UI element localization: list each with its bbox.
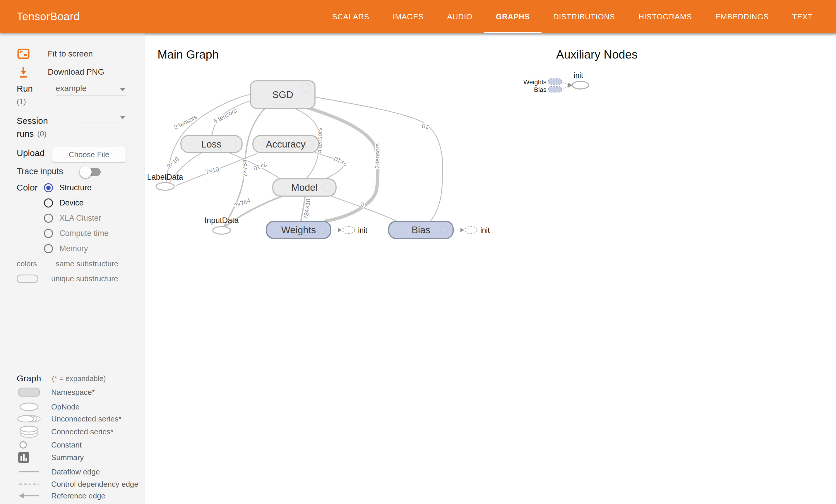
choose-file-label: Choose File	[69, 150, 110, 159]
main-graph-title: Main Graph	[157, 48, 218, 61]
graph-svg[interactable]: 2 tensors 5 tensors ?×784 4 tensors 10 2…	[145, 33, 836, 504]
app-title: TensorBoard	[17, 11, 80, 23]
tab-embeddings[interactable]: EMBEDDINGS	[704, 0, 781, 33]
color-option-xla-cluster[interactable]: XLA Cluster	[44, 213, 101, 223]
opnode-icon	[19, 402, 39, 411]
tab-images[interactable]: IMAGES	[381, 0, 436, 33]
radio-icon	[44, 244, 53, 253]
namespace-icon	[18, 388, 40, 397]
legend-item-dataflow-edge: Dataflow edge	[0, 467, 100, 477]
svg-text:Weights: Weights	[281, 225, 316, 235]
radio-icon	[44, 214, 53, 223]
legend-item-constant: Constant	[0, 440, 82, 450]
legend-title: Graph	[17, 373, 41, 383]
svg-text:Bias: Bias	[412, 225, 430, 235]
toggle-knob	[80, 166, 92, 178]
arrowhead-icon	[460, 228, 464, 232]
constant-icon	[19, 441, 27, 449]
svg-text:LabelData: LabelData	[147, 173, 183, 181]
session-runs-label2: runs (0)	[17, 129, 46, 139]
tab-scalars[interactable]: SCALARS	[321, 0, 381, 33]
run-select[interactable]: example	[56, 84, 127, 95]
same-substructure-label: same substructure	[56, 259, 118, 268]
color-option-memory[interactable]: Memory	[44, 244, 88, 253]
radio-selected-icon	[44, 183, 53, 192]
summary-icon	[18, 452, 30, 463]
fit-to-screen-label: Fit to screen	[48, 49, 93, 59]
svg-text:SGD: SGD	[272, 89, 293, 100]
weights-init-stub[interactable]: init	[332, 226, 367, 234]
graph-canvas: Main Graph Auxiliary Nodes 2 tensors 5 t…	[145, 33, 836, 504]
graph-nodes: SGD Loss Accuracy Model Weights	[147, 81, 490, 238]
tab-distributions[interactable]: DISTRIBUTIONS	[542, 0, 627, 33]
tab-graphs[interactable]: GRAPHS	[484, 0, 542, 33]
node-sgd[interactable]: SGD	[251, 81, 315, 108]
svg-text:Loss: Loss	[201, 139, 222, 150]
edge-labels: 2 tensors 5 tensors ?×784 4 tensors 10 2…	[165, 107, 430, 219]
download-png-label: Download PNG	[48, 67, 104, 77]
unique-substructure-label: unique substructure	[51, 274, 118, 283]
legend-item-summary: Summary	[0, 451, 84, 464]
node-bias[interactable]: Bias	[389, 221, 453, 238]
node-weights[interactable]: Weights	[266, 221, 331, 238]
color-option-compute-time[interactable]: Compute time	[44, 228, 109, 238]
aux-weights-label: Weights	[524, 78, 547, 86]
edge-label: ?×784	[233, 197, 251, 209]
unique-substructure-row: unique substructure	[17, 273, 118, 285]
aux-weights-chip[interactable]	[548, 79, 562, 84]
edge-label: ?×10	[333, 155, 348, 168]
choose-file-button[interactable]: Choose File	[52, 147, 126, 162]
tab-text[interactable]: TEXT	[780, 0, 824, 33]
node-model[interactable]: Model	[273, 179, 336, 196]
svg-text:Accuracy: Accuracy	[266, 139, 306, 150]
edge-label: 2 tensors	[374, 143, 381, 169]
legend-item-unconnected-series: Unconnected series*	[0, 414, 121, 424]
dataflow-edge-icon	[19, 470, 39, 473]
color-by-label: Color	[17, 182, 38, 193]
node-accuracy[interactable]: Accuracy	[253, 136, 319, 153]
colors-label: colors	[17, 259, 37, 268]
color-option-device[interactable]: Device	[44, 198, 84, 208]
legend-expandable-hint: (* = expandable)	[52, 374, 106, 383]
tab-audio[interactable]: AUDIO	[436, 0, 484, 33]
aux-init-node[interactable]	[572, 81, 589, 89]
edge-label: ?×784	[241, 159, 248, 177]
upload-label: Upload	[17, 148, 44, 158]
aux-connector	[563, 82, 568, 84]
run-label: Run	[17, 84, 33, 94]
trace-inputs-label: Trace inputs	[17, 167, 63, 176]
download-icon	[17, 65, 30, 79]
session-runs-select[interactable]	[75, 116, 127, 123]
tab-histograms[interactable]: HISTOGRAMS	[627, 0, 703, 33]
node-labeldata[interactable]: LabelData	[147, 173, 183, 190]
connected-series-icon	[18, 425, 40, 438]
unconnected-series-icon	[17, 414, 41, 423]
session-runs-value	[75, 121, 120, 123]
auxiliary-nodes-title: Auxiliary Nodes	[556, 48, 638, 61]
color-option-structure[interactable]: Structure	[44, 182, 92, 193]
top-navbar: TensorBoard SCALARS IMAGES AUDIO GRAPHS …	[0, 0, 836, 33]
unique-substructure-swatch	[17, 274, 38, 283]
download-png-button[interactable]: Download PNG	[17, 64, 104, 80]
radio-icon	[44, 229, 53, 238]
fit-to-screen-button[interactable]: Fit to screen	[17, 46, 93, 61]
node-loss[interactable]: Loss	[181, 136, 242, 153]
navbar-shadow	[145, 33, 836, 36]
edge-label: 5 tensors	[212, 107, 238, 125]
legend-item-control-dependency-edge: Control dependency edge	[0, 479, 138, 489]
legend-header: Graph (* = expandable)	[17, 373, 106, 383]
aux-connector	[563, 86, 568, 89]
aux-bias-chip[interactable]	[548, 86, 562, 92]
trace-inputs-toggle[interactable]	[82, 168, 101, 176]
session-runs-count: (0)	[37, 129, 46, 138]
arrowhead-icon	[338, 228, 342, 232]
fit-to-screen-icon	[17, 47, 30, 61]
control-dependency-edge-icon	[19, 483, 39, 486]
edge-label: ?×10	[165, 155, 180, 170]
auxiliary-nodes: Weights Bias init	[524, 71, 589, 93]
bias-init-stub[interactable]: init	[454, 226, 490, 234]
legend-item-connected-series: Connected series*	[0, 426, 113, 438]
node-inputdata[interactable]: InputData	[204, 216, 239, 234]
edge-label: ?×10	[205, 166, 220, 175]
session-runs-label: Session	[17, 116, 48, 126]
